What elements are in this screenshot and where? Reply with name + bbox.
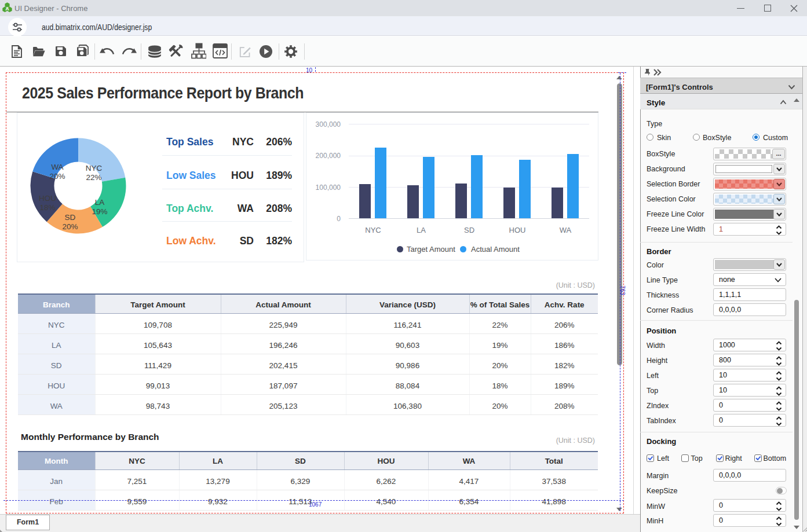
svg-text:A: A	[5, 6, 9, 12]
